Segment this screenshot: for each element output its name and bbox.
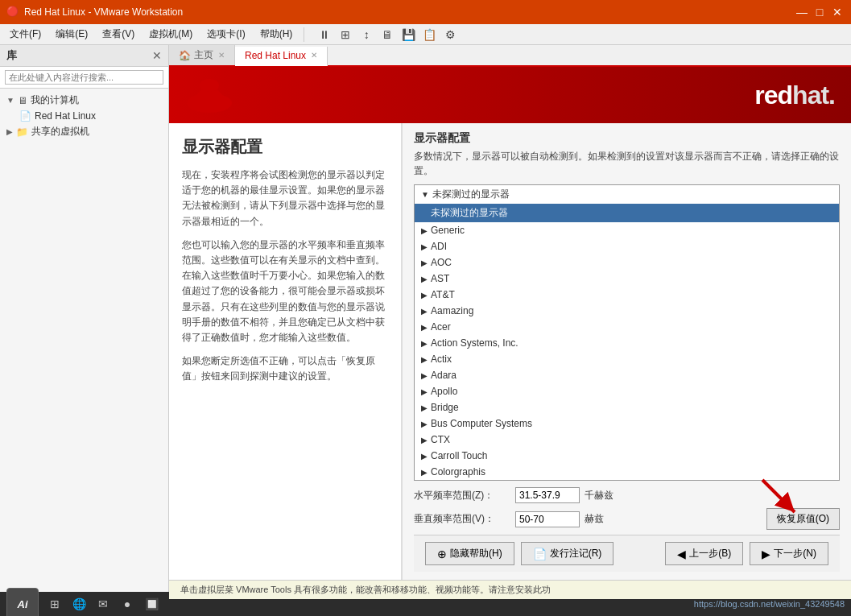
freq-section: 水平频率范围(Z)： 千赫兹 垂直频率范围(V)： 赫兹 恢复原值(O) (414, 487, 840, 535)
list-item-undetected-selected[interactable]: 未探测过的显示器 (415, 204, 839, 222)
list-item-undetected-group[interactable]: ▼ 未探测过的显示器 (415, 185, 839, 204)
monitor-list[interactable]: ▼ 未探测过的显示器 未探测过的显示器 ▶ Generic (414, 184, 840, 481)
svg-point-1 (200, 79, 219, 92)
horizontal-freq-input[interactable] (515, 487, 580, 503)
expand-arrow-icon: ▶ (421, 371, 428, 380)
sidebar-item-shared-vms[interactable]: ▶ 📁 共享的虚拟机 (0, 123, 168, 140)
list-item-actix[interactable]: ▶ Actix (415, 351, 839, 367)
help-panel: 显示器配置 现在，安装程序将会试图检测您的显示器以判定适于您的机器的最佳显示设置… (169, 123, 403, 580)
sidebar-item-label: Red Hat Linux (35, 110, 96, 122)
list-item-label: Aamazing (431, 305, 473, 316)
tab-redhat-close[interactable]: ✕ (311, 51, 317, 60)
tab-redhat-label: Red Hat Linux (245, 50, 306, 61)
list-item-label: Bridge (431, 402, 459, 413)
tab-home-label: 主页 (194, 48, 213, 62)
hide-help-button[interactable]: ⊕ 隐藏帮助(H) (425, 542, 514, 565)
pause-icon[interactable]: ⏸ (316, 26, 333, 43)
computer-icon: 🖥 (18, 95, 27, 106)
menu-bar: 文件(F) 编辑(E) 查看(V) 虚拟机(M) 选项卡(I) 帮助(H) ⏸ … (0, 24, 851, 45)
hide-help-icon: ⊕ (437, 548, 447, 560)
vm-icon1[interactable]: ⊞ (337, 26, 354, 43)
list-item-label: 未探测过的显示器 (431, 206, 508, 220)
list-item-label: Action Systems, Inc. (431, 337, 518, 349)
prev-step-button[interactable]: ◀ 上一步(B) (665, 542, 743, 565)
list-item-aamazing[interactable]: ▶ Aamazing (415, 303, 839, 319)
tab-home[interactable]: 🏠 主页 ✕ (169, 45, 235, 65)
list-item-label: CTX (431, 434, 450, 445)
redhat-logo: redhat. (754, 81, 835, 110)
expand-arrow-icon: ▶ (421, 258, 428, 267)
release-note-button[interactable]: 📄 发行注记(R) (521, 542, 614, 565)
minimize-button[interactable]: — (795, 5, 809, 19)
sidebar-item-my-computer[interactable]: ▼ 🖥 我的计算机 (0, 92, 168, 109)
list-item-acer[interactable]: ▶ Acer (415, 319, 839, 335)
status-url: https://blog.csdn.net/weixin_43249548 (694, 599, 845, 609)
bottom-buttons-right: ◀ 上一步(B) ▶ 下一步(N) (665, 542, 828, 565)
expand-arrow-icon: ▶ (421, 355, 428, 364)
list-item-colorgraphis[interactable]: ▶ Colorgraphis (415, 464, 839, 480)
tab-home-close[interactable]: ✕ (218, 51, 225, 60)
status-icon-2: 🌐 (69, 594, 89, 614)
vm-icon5[interactable]: 📋 (420, 26, 438, 43)
sidebar-tree: ▼ 🖥 我的计算机 📄 Red Hat Linux ▶ 📁 共享的虚拟机 (0, 89, 168, 592)
list-item-adi[interactable]: ▶ ADI (415, 238, 839, 254)
list-item-bridge[interactable]: ▶ Bridge (415, 399, 839, 415)
sidebar-title: 库 (6, 48, 17, 63)
menu-separator (304, 27, 304, 42)
dialog-area: 显示器配置 现在，安装程序将会试图检测您的显示器以判定适于您的机器的最佳显示设置… (169, 123, 851, 580)
list-item-label: Actix (431, 353, 452, 365)
sidebar-search-container (0, 67, 168, 89)
list-item-aoc[interactable]: ▶ AOC (415, 254, 839, 271)
expand-arrow-icon: ▼ (421, 190, 429, 199)
tab-redhat[interactable]: Red Hat Linux ✕ (235, 47, 328, 66)
list-item-action[interactable]: ▶ Action Systems, Inc. (415, 335, 839, 351)
expand-arrow-icon: ▶ (421, 226, 428, 235)
list-item-bus-computer[interactable]: ▶ Bus Computer Systems (415, 415, 839, 432)
list-item-ctx[interactable]: ▶ CTX (415, 432, 839, 448)
list-item-apollo[interactable]: ▶ Apollo (415, 383, 839, 399)
menu-view[interactable]: 查看(V) (96, 26, 141, 43)
next-step-button[interactable]: ▶ 下一步(N) (750, 542, 828, 565)
bottom-buttons-left: ⊕ 隐藏帮助(H) 📄 发行注记(R) (425, 542, 613, 565)
vm-icon4[interactable]: 💾 (399, 26, 417, 43)
list-item-label: Generic (431, 225, 465, 236)
list-item-adara[interactable]: ▶ Adara (415, 367, 839, 383)
home-icon: 🏠 (179, 50, 191, 61)
list-item-carroll[interactable]: ▶ Carroll Touch (415, 448, 839, 464)
vm-icon3[interactable]: 🖥 (378, 26, 396, 43)
menu-vm[interactable]: 虚拟机(M) (143, 26, 199, 43)
vertical-freq-row: 垂直频率范围(V)： 赫兹 恢复原值(O) (414, 508, 840, 530)
menu-edit[interactable]: 编辑(E) (49, 26, 94, 43)
maximize-button[interactable]: □ (812, 5, 827, 19)
horizontal-freq-unit: 千赫兹 (585, 489, 613, 502)
sidebar-item-redhat[interactable]: 📄 Red Hat Linux (0, 109, 168, 123)
expand-arrow-icon: ▶ (421, 403, 428, 412)
list-item-ast[interactable]: ▶ AST (415, 271, 839, 287)
vm-icon6[interactable]: ⚙ (441, 26, 459, 43)
status-icon-3: ✉ (93, 594, 113, 614)
expand-icon: ▼ (6, 96, 14, 105)
list-item-label: ADI (431, 241, 447, 252)
list-item-generic[interactable]: ▶ Generic (415, 222, 839, 238)
next-icon: ▶ (762, 548, 770, 560)
shared-icon: 📁 (16, 126, 28, 138)
list-item-label: Apollo (431, 386, 457, 397)
menu-tab[interactable]: 选项卡(I) (200, 26, 251, 43)
expand-arrow-icon: ▶ (421, 291, 428, 300)
vertical-freq-input[interactable] (515, 511, 580, 527)
close-button[interactable]: ✕ (830, 5, 845, 19)
expand-icon: ▶ (6, 127, 13, 136)
vm-icon2[interactable]: ↕ (357, 26, 375, 43)
search-input[interactable] (5, 70, 163, 85)
vm-icon: 📄 (19, 110, 31, 122)
restore-button[interactable]: 恢复原值(O) (766, 508, 840, 530)
sidebar-item-label: 共享的虚拟机 (31, 125, 89, 138)
sidebar-close-button[interactable]: ✕ (152, 49, 162, 62)
bottom-buttons: ⊕ 隐藏帮助(H) 📄 发行注记(R) ◀ (414, 535, 840, 572)
release-note-label: 发行注记(R) (550, 547, 602, 560)
menu-help[interactable]: 帮助(H) (254, 26, 300, 43)
list-item-att[interactable]: ▶ AT&T (415, 287, 839, 303)
sidebar-header: 库 ✕ (0, 45, 168, 67)
menu-file[interactable]: 文件(F) (3, 26, 48, 43)
expand-arrow-icon: ▶ (421, 275, 428, 283)
